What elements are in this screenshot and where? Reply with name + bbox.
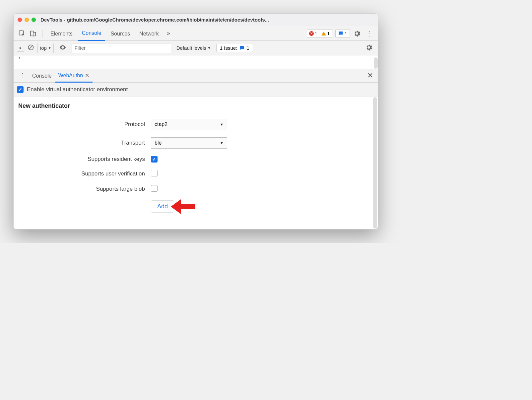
messages-badge[interactable]: 1 [335, 29, 350, 38]
message-icon [239, 45, 244, 51]
inspect-icon[interactable] [17, 30, 27, 37]
console-output-area: › [14, 55, 378, 69]
alerts-badge[interactable]: ✕1 1 [307, 29, 332, 38]
chevron-down-icon: ▼ [48, 46, 51, 50]
protocol-label: Protocol [18, 121, 151, 128]
tab-network[interactable]: Network [135, 26, 163, 41]
tab-sources[interactable]: Sources [106, 26, 134, 41]
enable-virtual-auth-label: Enable virtual authenticator environment [27, 86, 128, 93]
console-prompt-icon: › [18, 54, 20, 61]
protocol-select[interactable]: ctap2 ▼ [151, 119, 227, 130]
issues-button[interactable]: 1 Issue: 1 [216, 44, 253, 52]
tab-elements[interactable]: Elements [46, 26, 77, 41]
window-controls [18, 18, 36, 22]
enable-virtual-auth-checkbox[interactable] [17, 86, 24, 93]
chevron-down-icon: ▼ [220, 122, 224, 126]
svg-line-4 [29, 46, 33, 49]
large-blob-checkbox[interactable] [151, 185, 158, 192]
drawer-more-icon[interactable]: ⋮ [16, 72, 29, 79]
filter-input[interactable] [72, 43, 171, 53]
log-level-select[interactable]: Default levels ▼ [174, 45, 213, 51]
resident-keys-checkbox[interactable] [151, 156, 158, 163]
more-tabs-icon[interactable]: » [164, 30, 173, 37]
drawer-tabs: ⋮ Console WebAuthn ✕ ✕ [14, 69, 378, 83]
tab-console[interactable]: Console [78, 26, 105, 41]
console-sidebar-toggle-icon[interactable] [17, 45, 24, 51]
chevron-down-icon: ▼ [220, 141, 224, 145]
chevron-down-icon: ▼ [208, 46, 211, 50]
minimize-window-button[interactable] [25, 18, 29, 22]
close-window-button[interactable] [18, 18, 22, 22]
svg-rect-2 [33, 32, 35, 36]
webauthn-panel: New authenticator Protocol ctap2 ▼ Trans… [14, 97, 378, 229]
error-icon: ✕ [309, 31, 314, 36]
more-menu-icon[interactable]: ⋮ [364, 30, 374, 37]
warning-icon [321, 32, 326, 35]
settings-icon[interactable] [351, 30, 363, 37]
drawer-tab-console[interactable]: Console [29, 69, 55, 83]
user-verification-checkbox[interactable] [151, 170, 158, 176]
resident-keys-label: Supports resident keys [18, 156, 151, 163]
main-toolbar: Elements Console Sources Network » ✕1 1 … [14, 26, 378, 41]
enable-row: Enable virtual authenticator environment [14, 83, 378, 97]
device-toggle-icon[interactable] [28, 30, 38, 37]
large-blob-label: Supports large blob [18, 186, 151, 192]
clear-console-icon[interactable] [28, 44, 34, 52]
message-icon [338, 31, 343, 36]
titlebar: DevTools - github.com/GoogleChrome/devel… [14, 14, 378, 26]
annotation-arrow-icon [169, 197, 196, 217]
window-title: DevTools - github.com/GoogleChrome/devel… [40, 17, 374, 23]
drawer-close-icon[interactable]: ✕ [365, 71, 375, 80]
console-settings-icon[interactable] [363, 44, 374, 52]
transport-select[interactable]: ble ▼ [151, 137, 227, 149]
close-tab-icon[interactable]: ✕ [85, 72, 89, 79]
user-verification-label: Supports user verification [18, 170, 151, 177]
transport-label: Transport [18, 140, 151, 146]
drawer-tab-webauthn[interactable]: WebAuthn ✕ [55, 69, 93, 83]
live-expression-icon[interactable] [57, 44, 68, 52]
context-select[interactable]: top ▼ [37, 43, 54, 53]
panel-title: New authenticator [18, 102, 373, 109]
console-filter-bar: top ▼ Default levels ▼ 1 Issue: 1 [14, 41, 378, 55]
maximize-window-button[interactable] [32, 18, 36, 22]
devtools-window: DevTools - github.com/GoogleChrome/devel… [13, 13, 378, 230]
